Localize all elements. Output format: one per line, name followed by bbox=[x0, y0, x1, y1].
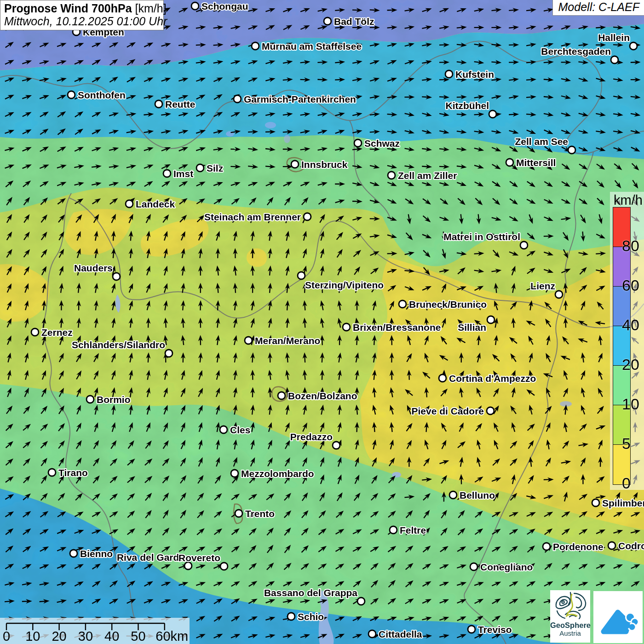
city-marker bbox=[191, 2, 199, 10]
city-label: Murnau am Staffelsee bbox=[262, 41, 362, 52]
city-label: Sonthofen bbox=[78, 90, 126, 100]
city-label: Nauders bbox=[74, 263, 113, 273]
legend-tick-label: 80 bbox=[622, 237, 639, 255]
city-label: Pieve di Cadore bbox=[411, 406, 484, 416]
city-marker bbox=[304, 213, 311, 220]
wind-speed-legend: km/h 806040201050 bbox=[610, 192, 644, 490]
city-marker bbox=[252, 42, 259, 50]
city-marker bbox=[343, 323, 350, 331]
city-marker bbox=[487, 407, 494, 414]
city-marker bbox=[520, 242, 528, 249]
scale-ruler: 0102030405060km bbox=[0, 618, 190, 644]
city-marker bbox=[489, 110, 496, 118]
city-label: Schongau bbox=[201, 1, 248, 12]
city-label: Cortina d'Ampezzo bbox=[449, 373, 536, 384]
scale-tick-label: 0 bbox=[3, 629, 10, 644]
city-label: Riva del Garda bbox=[117, 552, 184, 563]
city-marker bbox=[86, 396, 94, 403]
city-marker bbox=[245, 337, 252, 344]
city-label: Zell am Ziller bbox=[398, 170, 457, 181]
city-marker bbox=[445, 70, 453, 78]
city-marker bbox=[113, 273, 120, 280]
distance-scale-bar: 0102030405060km bbox=[0, 618, 190, 644]
city-marker bbox=[220, 426, 227, 433]
geosphere-logo-name: GeoSphere bbox=[550, 621, 590, 629]
city-label: Landeck bbox=[136, 199, 175, 209]
city-marker bbox=[165, 350, 172, 357]
map-title-unit: [km/h] bbox=[135, 2, 167, 15]
city-marker bbox=[291, 161, 299, 168]
city-marker bbox=[468, 626, 475, 633]
legend-tick-label: 5 bbox=[622, 435, 631, 453]
city-label: Bozen/Bolzano bbox=[288, 391, 357, 401]
city-label: Belluno bbox=[460, 490, 495, 500]
city-marker bbox=[288, 613, 295, 620]
city-label: Codroipo bbox=[618, 540, 644, 551]
legend-tick-label: 10 bbox=[622, 395, 639, 413]
scale-tick-label: 40 bbox=[104, 629, 119, 644]
city-marker bbox=[368, 630, 376, 638]
city-label: Schwaz bbox=[364, 138, 400, 149]
city-marker bbox=[354, 139, 362, 147]
city-marker bbox=[324, 17, 331, 25]
city-label: Tirano bbox=[58, 467, 88, 478]
city-label: Rovereto bbox=[178, 552, 220, 563]
city-marker bbox=[196, 164, 204, 172]
geosphere-logo-icon bbox=[550, 590, 590, 621]
city-label: Sterzing/Vipiteno bbox=[305, 280, 384, 290]
city-label: Mezzolombardo bbox=[241, 468, 314, 479]
city-label: Bienno bbox=[80, 548, 113, 559]
city-marker bbox=[611, 56, 618, 63]
city-label: Schio bbox=[298, 611, 324, 622]
city-label: Berchtesgaden bbox=[541, 46, 611, 57]
city-label: Zell am See bbox=[515, 136, 568, 147]
city-marker bbox=[470, 563, 477, 570]
wind-forecast-map-view: SchongauBad TölzKemptenMurnau am Staffel… bbox=[0, 0, 644, 644]
legend-tick-label: 60 bbox=[622, 276, 639, 294]
city-label: Cittadella bbox=[379, 629, 422, 639]
city-marker bbox=[357, 598, 365, 605]
city-label: Bassano del Grappa bbox=[264, 587, 357, 598]
city-label: Silz bbox=[207, 163, 223, 173]
scale-tick-label: 30 bbox=[78, 629, 93, 644]
city-label: Mittersill bbox=[516, 157, 556, 168]
city-marker bbox=[506, 159, 513, 166]
legend-tick-label: 20 bbox=[622, 356, 639, 374]
city-marker bbox=[126, 200, 133, 207]
city-marker bbox=[231, 470, 238, 477]
weather-app-logo bbox=[593, 591, 643, 643]
city-marker bbox=[439, 374, 446, 382]
city-label: Predazzo bbox=[290, 431, 333, 442]
city-marker bbox=[390, 526, 397, 534]
city-marker bbox=[555, 291, 563, 298]
city-label: Bormio bbox=[97, 394, 131, 405]
scale-tick-label: 10 bbox=[25, 629, 40, 644]
city-label: Garmisch-Partenkirchen bbox=[244, 94, 356, 104]
city-label: Cles bbox=[230, 425, 250, 435]
scale-tick-label: 20 bbox=[52, 629, 66, 644]
legend-tick-label: 0 bbox=[622, 474, 631, 492]
city-label: Schlanders/Silandro bbox=[72, 339, 165, 350]
city-label: Pordenone bbox=[553, 541, 604, 552]
city-label: Reutte bbox=[165, 99, 195, 109]
city-label: Lienz bbox=[530, 281, 555, 291]
title-box: Prognose Wind 700hPa [km/h] Mittwoch, 10… bbox=[0, 0, 164, 30]
city-marker bbox=[543, 543, 550, 550]
city-label: Bruneck/Brunico bbox=[409, 299, 487, 310]
city-marker bbox=[155, 100, 162, 108]
scale-tick-label: 60km bbox=[155, 629, 188, 644]
city-marker bbox=[163, 170, 171, 177]
city-label: Zernez bbox=[41, 327, 73, 338]
city-label: Brixen/Bressanone bbox=[353, 322, 441, 333]
city-marker bbox=[630, 42, 637, 50]
geosphere-logo-country: Austria bbox=[550, 629, 590, 637]
city-label: Kufstein bbox=[455, 69, 494, 80]
geosphere-logo: GeoSphere Austria bbox=[550, 590, 590, 643]
city-marker bbox=[70, 550, 77, 557]
city-label: Bad Tölz bbox=[334, 16, 374, 27]
city-label: Matrei in Osttirol bbox=[443, 231, 520, 242]
city-marker bbox=[48, 469, 56, 476]
scale-tick-label: 50 bbox=[131, 629, 145, 644]
city-label: Feltre bbox=[400, 525, 426, 535]
city-marker bbox=[234, 95, 241, 103]
